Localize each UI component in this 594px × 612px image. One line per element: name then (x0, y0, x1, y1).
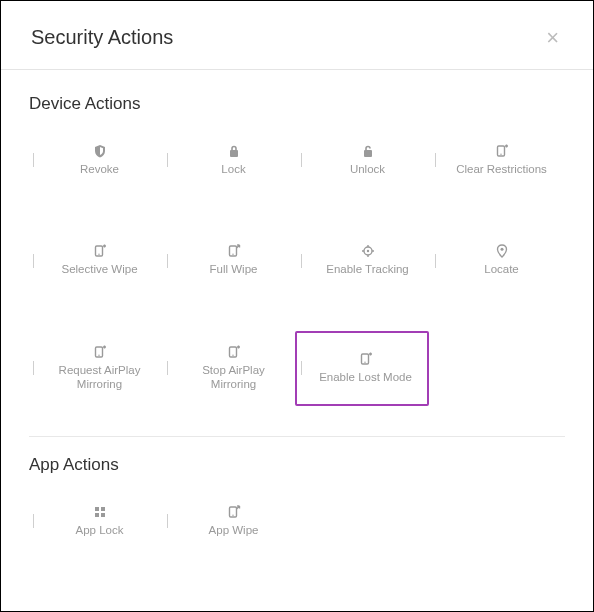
separator (301, 153, 302, 167)
device-plus-icon (93, 345, 107, 359)
close-icon[interactable]: × (546, 27, 563, 49)
locate-inner: Locate (442, 244, 561, 276)
stop-airplay-inner: Stop AirPlay Mirroring (174, 345, 293, 392)
selective-wipe-label: Selective Wipe (61, 262, 137, 276)
enable-tracking-action[interactable]: Enable Tracking (297, 230, 431, 290)
app-grid-icon (93, 505, 107, 519)
full-wipe-inner: Full Wipe (174, 244, 293, 276)
separator (301, 254, 302, 268)
locate-action[interactable]: Locate (431, 230, 565, 290)
lock-action[interactable]: Lock (163, 130, 297, 190)
app-wipe-action[interactable]: App Wipe (163, 491, 297, 551)
device-plus-icon (93, 244, 107, 258)
stop-airplay-label: Stop AirPlay Mirroring (202, 363, 265, 392)
separator (167, 361, 168, 375)
separator (301, 361, 302, 375)
full-wipe-action[interactable]: Full Wipe (163, 230, 297, 290)
separator (33, 514, 34, 528)
unlock-inner: Unlock (308, 144, 427, 176)
device-plus-icon (495, 144, 509, 158)
full-wipe-label: Full Wipe (210, 262, 258, 276)
device-actions-heading: Device Actions (29, 94, 565, 114)
pin-icon (495, 244, 509, 258)
revoke-action[interactable]: Revoke (29, 130, 163, 190)
lock-label: Lock (221, 162, 245, 176)
app-lock-label: App Lock (76, 523, 124, 537)
dialog-title: Security Actions (31, 26, 173, 49)
unlock-icon (361, 144, 375, 158)
separator (167, 514, 168, 528)
separator (33, 153, 34, 167)
dialog-header: Security Actions × (1, 1, 593, 70)
section-divider (29, 436, 565, 437)
revoke-inner: Revoke (40, 144, 159, 176)
request-airplay-inner: Request AirPlay Mirroring (40, 345, 159, 392)
app-wipe-inner: App Wipe (174, 505, 293, 537)
revoke-label: Revoke (80, 162, 119, 176)
lock-icon (227, 144, 241, 158)
app-lock-inner: App Lock (40, 505, 159, 537)
app-lock-action[interactable]: App Lock (29, 491, 163, 551)
unlock-label: Unlock (350, 162, 385, 176)
request-airplay-label: Request AirPlay Mirroring (59, 363, 141, 392)
clear-restrictions-inner: Clear Restrictions (442, 144, 561, 176)
app-actions-grid: App LockApp Wipe (29, 491, 565, 551)
device-plus-icon (227, 345, 241, 359)
dialog-body: Device Actions RevokeLockUnlockClear Res… (1, 70, 593, 569)
separator (167, 153, 168, 167)
selective-wipe-inner: Selective Wipe (40, 244, 159, 276)
clear-restrictions-action[interactable]: Clear Restrictions (431, 130, 565, 190)
enable-tracking-label: Enable Tracking (326, 262, 408, 276)
separator (435, 254, 436, 268)
shield-revoke-icon (93, 144, 107, 158)
target-icon (361, 244, 375, 258)
selective-wipe-action[interactable]: Selective Wipe (29, 230, 163, 290)
device-arrow-icon (227, 505, 241, 519)
separator (167, 254, 168, 268)
lock-inner: Lock (174, 144, 293, 176)
app-wipe-label: App Wipe (209, 523, 259, 537)
separator (33, 254, 34, 268)
separator (33, 361, 34, 375)
app-actions-heading: App Actions (29, 455, 565, 475)
enable-tracking-inner: Enable Tracking (308, 244, 427, 276)
unlock-action[interactable]: Unlock (297, 130, 431, 190)
device-actions-grid: RevokeLockUnlockClear RestrictionsSelect… (29, 130, 565, 406)
request-airplay-action[interactable]: Request AirPlay Mirroring (29, 331, 163, 406)
device-plus-icon (359, 352, 373, 366)
enable-lost-mode-action[interactable]: Enable Lost Mode (295, 331, 429, 406)
clear-restrictions-label: Clear Restrictions (456, 162, 547, 176)
separator (435, 153, 436, 167)
enable-lost-mode-label: Enable Lost Mode (319, 370, 412, 384)
enable-lost-mode-inner: Enable Lost Mode (308, 352, 423, 384)
stop-airplay-action[interactable]: Stop AirPlay Mirroring (163, 331, 297, 406)
locate-label: Locate (484, 262, 519, 276)
device-arrow-icon (227, 244, 241, 258)
